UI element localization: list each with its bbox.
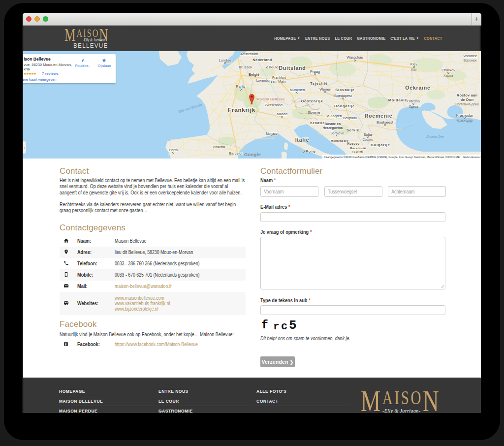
svg-text:de Don: de Don — [461, 97, 474, 102]
svg-text:Sarajevo: Sarajevo — [330, 131, 344, 135]
svg-text:Herzegovina: Herzegovina — [323, 126, 343, 130]
svg-text:Gebruiksvoorw: Gebruiksvoorw — [463, 155, 481, 159]
svg-text:London: London — [219, 58, 231, 63]
svg-text:Frankfurt: Frankfurt — [272, 76, 286, 79]
svg-text:Kroatië: Kroatië — [310, 121, 325, 125]
svg-text:Краснодар: Краснодар — [457, 119, 473, 123]
svg-text:Oekraïne: Oekraïne — [405, 85, 430, 91]
svg-text:Zwitserland: Zwitserland — [265, 103, 283, 107]
svg-text:Porto: Porto — [169, 148, 178, 152]
svg-text:Харків: Харків — [443, 74, 453, 78]
svg-text:Zwarte Zee: Zwarte Zee — [426, 135, 444, 138]
svg-text:Kosovo: Kosovo — [347, 142, 359, 145]
svg-text:›: › — [24, 146, 26, 150]
svg-text:Sofia: Sofia — [363, 132, 372, 137]
svg-text:Praag: Praag — [310, 69, 320, 74]
svg-text:Bosnie en: Bosnie en — [325, 122, 341, 126]
svg-text:Brussel: Brussel — [239, 65, 251, 69]
svg-text:Charkov: Charkov — [441, 68, 455, 72]
svg-text:Одеса: Одеса — [409, 105, 418, 109]
svg-text:Slovenie: Slovenie — [308, 111, 320, 114]
svg-text:Hongarije: Hongarije — [334, 104, 355, 108]
svg-text:Kiïv: Kiïv — [411, 68, 417, 71]
svg-text:Barcelor: Barcelor — [229, 151, 243, 156]
svg-text:Boekarest: Boekarest — [377, 120, 394, 125]
svg-text:Ростов-на-Дону: Ростов-на-Дону — [455, 102, 479, 106]
svg-text:Rostov aan: Rostov aan — [457, 93, 478, 97]
svg-text:Bulgarije: Bulgarije — [371, 143, 390, 147]
svg-text:Rome: Rome — [306, 149, 315, 154]
svg-text:Boedapest: Boedapest — [334, 94, 352, 98]
svg-text:Montenegro: Montenegro — [331, 139, 348, 142]
svg-text:Moldavië: Moldavië — [388, 98, 408, 102]
svg-text:Maison Bellevue: Maison Bellevue — [256, 97, 285, 101]
svg-text:Parijs: Parijs — [236, 84, 246, 89]
svg-text:België: België — [249, 73, 259, 77]
svg-text:Voronez: Voronez — [463, 54, 477, 58]
svg-text:Roemenië: Roemenië — [365, 113, 393, 119]
svg-text:Duitsland: Duitsland — [279, 65, 306, 71]
svg-text:München: München — [290, 88, 305, 92]
svg-text:am Main: am Main — [273, 80, 286, 83]
svg-text:Italië: Italië — [295, 137, 310, 143]
svg-text:Slovakije: Slovakije — [335, 88, 355, 92]
svg-text:Frankrijk: Frankrijk — [228, 107, 255, 113]
svg-text:Andorra: Andorra — [213, 145, 225, 148]
svg-text:Monaco: Monaco — [266, 132, 278, 135]
svg-text:Milaan: Milaan — [277, 112, 287, 116]
svg-text:Krasnodar: Krasnodar — [456, 113, 473, 118]
svg-text:Amsterdam: Amsterdam — [240, 52, 258, 56]
svg-text:Воронеж: Воронеж — [464, 59, 477, 63]
svg-text:Oostenrijk: Oostenrijk — [301, 99, 323, 103]
svg-text:Zagreb: Zagreb — [330, 114, 342, 118]
svg-text:Macedonië: Macedonië — [350, 147, 366, 150]
svg-text:Tsjechië: Tsjechië — [310, 81, 328, 86]
svg-text:Odessa: Odessa — [407, 99, 420, 103]
svg-text:Luxemburg: Luxemburg — [256, 79, 273, 83]
svg-text:Belgrado: Belgrado — [343, 116, 357, 120]
svg-text:Kaartgegevens ©2018 GeoBasis-D: Kaartgegevens ©2018 GeoBasis-DE/BKG (©20… — [324, 155, 460, 159]
svg-text:Google: Google — [244, 152, 261, 157]
svg-text:Servië: Servië — [346, 128, 359, 132]
svg-text:(VJRM): (VJRM) — [352, 150, 363, 153]
svg-text:Kiev: Kiev — [410, 62, 418, 66]
svg-text:Wenen: Wenen — [319, 87, 331, 92]
svg-text:Warschau: Warschau — [346, 55, 363, 60]
svg-text:София: София — [363, 138, 373, 142]
svg-text:Nederland: Nederland — [252, 58, 272, 62]
